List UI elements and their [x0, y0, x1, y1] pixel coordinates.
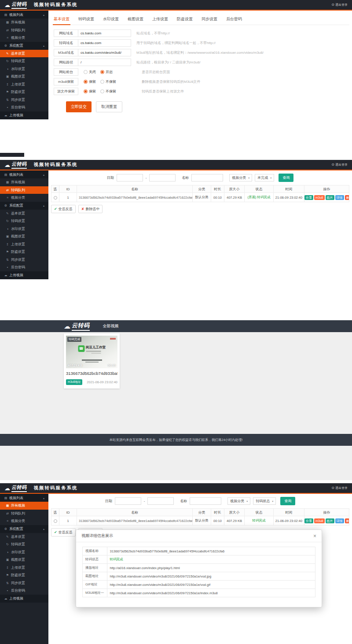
- sidebar-item-watermark-settings[interactable]: ◑水印设置: [0, 225, 48, 233]
- site-domain-input[interactable]: [78, 30, 131, 37]
- action-delete-button[interactable]: 删除: [345, 518, 349, 523]
- action-detail-button[interactable]: 详情: [335, 518, 344, 523]
- sidebar-group-system-config[interactable]: ⚙系统配置▴: [0, 202, 48, 210]
- sidebar-item-screenshot-settings[interactable]: ▣截图设置: [0, 556, 48, 564]
- column-header: 名称: [77, 509, 193, 516]
- logout-button[interactable]: ⊙ 退出登录: [331, 163, 348, 167]
- submit-button[interactable]: 立即提交: [66, 101, 92, 112]
- video-card[interactable]: 转码完成 ☎ 闲豆儿工作室 407.29 KB 00:10 3136: [64, 333, 120, 389]
- sidebar-item-security-settings[interactable]: ⚑防盗设置: [0, 88, 48, 96]
- action-delete-button[interactable]: 删除: [345, 195, 349, 200]
- name-input[interactable]: [190, 497, 221, 505]
- admin-sidebar: ▤视频列表▴▦所有视频⇄转码队列≡视频分类⚙系统配置▴✎基本设置↻转码设置◑水印…: [0, 170, 48, 279]
- transcode-domain-input[interactable]: [78, 39, 131, 47]
- category-select[interactable]: 视频分类▾: [227, 497, 250, 505]
- m3u8-keep-radio-option[interactable]: [84, 80, 88, 84]
- sidebar-item-upload-settings[interactable]: ↥上传设置: [0, 241, 48, 248]
- sidebar-item-transcode-queue[interactable]: ⇄转码队列: [0, 510, 48, 518]
- source-keep-radio-option[interactable]: [84, 89, 88, 93]
- search-button[interactable]: 查询: [279, 174, 293, 182]
- action-image-button[interactable]: 图片: [326, 518, 334, 523]
- sidebar-item-video-category[interactable]: ≡视频分类: [0, 517, 48, 525]
- m3u8-domain-input[interactable]: [78, 49, 131, 56]
- sidebar-item-admin-password[interactable]: ▪后台密码: [0, 263, 48, 271]
- tab-security[interactable]: 防盗设置: [176, 15, 194, 25]
- action-image-button[interactable]: 图片: [326, 195, 334, 200]
- action-m3u8-button[interactable]: m3u8: [314, 195, 325, 200]
- tab-basic[interactable]: 基本设置: [53, 15, 70, 25]
- sidebar-item-video-category[interactable]: ≡视频分类: [0, 34, 48, 42]
- sidebar-item-all-videos[interactable]: ▦所有视频: [0, 502, 48, 510]
- sidebar-group-video-list[interactable]: ▤视频列表▴: [0, 170, 48, 178]
- logout-button[interactable]: ⊙ 退出登录: [331, 3, 348, 7]
- sidebar-item-screenshot-settings[interactable]: ▣截图设置: [0, 73, 48, 81]
- site-front-radio-option[interactable]: [84, 70, 88, 74]
- sidebar-item-transcode-settings[interactable]: ↻转码设置: [0, 217, 48, 225]
- date-to-input[interactable]: [149, 174, 176, 181]
- action-share-button[interactable]: 分享: [304, 195, 313, 200]
- sidebar-item-security-settings[interactable]: ⚑防盗设置: [0, 248, 48, 256]
- sidebar-group-system-config[interactable]: ⚙系统配置▴: [0, 525, 48, 533]
- reset-button[interactable]: 取消重置: [96, 101, 122, 112]
- tab-sync[interactable]: 同步设置: [201, 15, 218, 25]
- close-icon[interactable]: ×: [313, 533, 316, 539]
- delete-selected-button[interactable]: ✘ 删除选中: [78, 205, 103, 213]
- sidebar-group-upload-video[interactable]: ☁上传视频: [0, 111, 48, 119]
- source-keep-radio-option[interactable]: [100, 89, 104, 93]
- sidebar-item-upload-settings[interactable]: ↥上传设置: [0, 81, 48, 89]
- action-m3u8-button[interactable]: m3u8: [314, 518, 325, 523]
- site-path-input[interactable]: [78, 59, 131, 66]
- row-checkbox[interactable]: [54, 519, 57, 523]
- sidebar-item-security-settings[interactable]: ⚑防盗设置: [0, 571, 48, 579]
- date-from-input[interactable]: [117, 174, 143, 181]
- category-select[interactable]: 视频分类▾: [229, 174, 252, 181]
- site-front-radio-option[interactable]: [100, 70, 104, 74]
- tab-transcode[interactable]: 转码设置: [77, 15, 95, 25]
- status-select[interactable]: 未完成▾: [255, 174, 274, 181]
- sidebar-item-video-category[interactable]: ≡视频分类: [0, 194, 48, 202]
- sidebar-item-watermark-settings[interactable]: ◑水印设置: [0, 65, 48, 73]
- sidebar-item-all-videos[interactable]: ▦所有视频: [0, 19, 48, 26]
- m3u8-keep-radio-option[interactable]: [100, 80, 104, 84]
- sidebar-item-upload-settings[interactable]: ↥上传设置: [0, 564, 48, 572]
- sidebar-group-system-config[interactable]: ⚙系统配置▴: [0, 42, 48, 50]
- sidebar-item-transcode-queue[interactable]: ⇄转码队列: [0, 186, 48, 194]
- tab-password[interactable]: 后台密码: [225, 15, 243, 25]
- sidebar-group-upload-video[interactable]: ☁上传视频: [0, 271, 48, 279]
- security-settings-icon: ⚑: [6, 250, 9, 253]
- sidebar-item-transcode-settings[interactable]: ↻转码设置: [0, 540, 48, 548]
- sidebar-item-screenshot-settings[interactable]: ▣截图设置: [0, 233, 48, 241]
- name-input[interactable]: [191, 174, 223, 181]
- logout-button[interactable]: ⊙ 退出登录: [331, 486, 348, 490]
- sidebar-item-transcode-queue[interactable]: ⇄转码队列: [0, 26, 48, 34]
- select-all-button[interactable]: ✔ 全选反选: [51, 205, 76, 213]
- row-checkbox[interactable]: [54, 196, 57, 200]
- nav-all-videos[interactable]: 全部视频: [103, 323, 119, 329]
- sidebar-item-basic-settings[interactable]: ✎基本设置: [0, 210, 48, 218]
- m3u8-address-button[interactable]: m3u8地址: [66, 379, 82, 385]
- sidebar-item-sync-settings[interactable]: ⇅同步设置: [0, 256, 48, 264]
- sidebar-group-video-list[interactable]: ▤视频列表▴: [0, 11, 48, 19]
- action-detail-button[interactable]: 详情: [335, 195, 344, 200]
- date-from-input[interactable]: [115, 497, 141, 505]
- sidebar-item-admin-password[interactable]: ▪后台密码: [0, 104, 48, 111]
- tab-screenshot[interactable]: 截图设置: [127, 15, 144, 25]
- sidebar-item-all-videos[interactable]: ▦所有视频: [0, 178, 48, 186]
- tab-watermark[interactable]: 水印设置: [102, 15, 120, 25]
- sidebar-item-admin-password[interactable]: ▪后台密码: [0, 587, 48, 595]
- sidebar-item-watermark-settings[interactable]: ◑水印设置: [0, 548, 48, 556]
- sidebar-item-basic-settings[interactable]: ✎基本设置: [0, 50, 48, 58]
- select-all-button[interactable]: ✔ 全选反选: [51, 528, 76, 537]
- video-category-icon: ≡: [6, 36, 9, 39]
- sidebar-group-video-list[interactable]: ▤视频列表▴: [0, 494, 48, 502]
- sidebar-item-transcode-settings[interactable]: ↻转码设置: [0, 57, 48, 65]
- sidebar-item-sync-settings[interactable]: ⇅同步设置: [0, 96, 48, 104]
- tab-upload[interactable]: 上传设置: [151, 15, 169, 25]
- action-share-button[interactable]: 分享: [304, 518, 313, 523]
- search-button[interactable]: 查询: [280, 497, 295, 505]
- sidebar-item-sync-settings[interactable]: ⇅同步设置: [0, 579, 48, 587]
- sidebar-item-basic-settings[interactable]: ✎基本设置: [0, 533, 48, 541]
- status-select[interactable]: 转码状态▾: [253, 497, 276, 505]
- date-to-input[interactable]: [147, 497, 174, 505]
- sidebar-group-upload-video[interactable]: ☁上传视频: [0, 595, 48, 603]
